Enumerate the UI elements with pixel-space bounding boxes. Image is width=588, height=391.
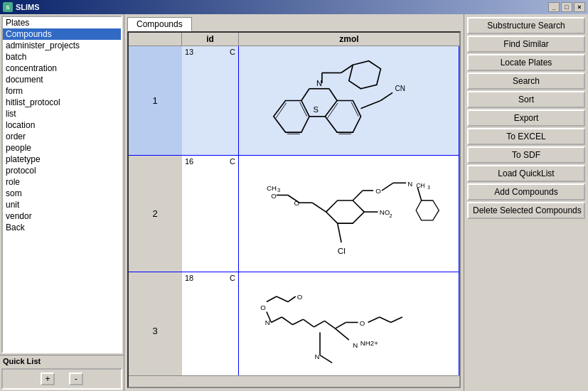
export-button[interactable]: Export	[467, 109, 585, 127]
svg-text:O: O	[297, 294, 303, 301]
sidebar-item-platetype[interactable]: platetype	[3, 154, 121, 165]
app-icon: S	[3, 2, 13, 12]
load-quicklist-button[interactable]: Load QuickList	[467, 165, 585, 182]
svg-line-51	[324, 321, 335, 329]
sidebar-item-order[interactable]: order	[3, 131, 121, 142]
svg-text:O: O	[375, 187, 381, 195]
compound-flag: C	[230, 157, 235, 166]
molecule-cell: S N	[239, 46, 459, 155]
svg-text:O: O	[260, 304, 266, 312]
add-compounds-button[interactable]: Add Compounds	[467, 183, 585, 200]
svg-line-48	[292, 320, 303, 326]
svg-text:3: 3	[427, 185, 430, 190]
sidebar-item-som[interactable]: som	[3, 188, 121, 199]
table-row[interactable]: 1 13 C	[129, 46, 459, 156]
search-button[interactable]: Search	[467, 73, 585, 90]
sidebar-item-plates[interactable]: Plates	[3, 17, 121, 28]
svg-line-52	[335, 323, 346, 329]
svg-marker-11	[348, 61, 380, 89]
svg-text:O: O	[360, 319, 365, 327]
svg-text:3: 3	[277, 187, 280, 193]
delete-selected-compounds-button[interactable]: Delete Selected Compounds	[467, 202, 585, 219]
svg-line-25	[312, 203, 326, 212]
right-sidebar: Substructure Search Find Similar Locate …	[464, 14, 588, 391]
svg-marker-0	[274, 100, 309, 132]
sidebar-item-document[interactable]: document	[3, 74, 121, 85]
compound-flag: C	[230, 48, 235, 56]
compounds-table: id zmol 1 13 C	[127, 31, 461, 388]
compound-id: 13	[185, 48, 193, 56]
svg-line-33	[353, 191, 363, 200]
horizontal-scrollbar[interactable]	[129, 375, 459, 387]
sidebar-item-batch[interactable]: batch	[3, 51, 121, 63]
svg-text:N: N	[314, 353, 319, 360]
sidebar-item-protocol[interactable]: protocol	[3, 165, 121, 176]
row-id-cell: 18 C	[182, 272, 239, 375]
svg-line-69	[320, 355, 332, 363]
to-excel-button[interactable]: To EXCEL	[467, 128, 585, 145]
svg-line-46	[271, 317, 282, 323]
svg-text:NO: NO	[379, 208, 390, 216]
sidebar-item-unit[interactable]: unit	[3, 199, 121, 210]
molecule-3-svg: N O	[245, 275, 454, 375]
row-number: 2	[129, 156, 182, 272]
svg-text:O: O	[271, 192, 277, 200]
app-title: SLIMS	[16, 3, 40, 11]
sidebar-item-role[interactable]: role	[3, 176, 121, 188]
svg-marker-42	[416, 200, 439, 220]
svg-text:N: N	[353, 341, 358, 349]
quick-list-add-button[interactable]: +	[41, 373, 55, 385]
title-bar: S SLIMS _ □ ×	[0, 0, 588, 14]
svg-line-12	[360, 100, 380, 108]
maximize-button[interactable]: □	[561, 2, 572, 12]
molecule-cell: NO 2 O O CH 3	[239, 156, 459, 272]
svg-line-47	[282, 317, 292, 325]
svg-text:CN: CN	[395, 85, 405, 92]
close-button[interactable]: ×	[574, 2, 585, 12]
quick-list-remove-button[interactable]: -	[69, 373, 83, 385]
svg-line-36	[382, 183, 393, 191]
molecule-cell: N O	[239, 272, 459, 375]
sidebar-item-list[interactable]: list	[3, 108, 121, 119]
table-row[interactable]: 2 16 C NO	[129, 156, 459, 273]
to-sdf-button[interactable]: To SDF	[467, 146, 585, 164]
molecule-1-svg: S N	[245, 49, 454, 152]
minimize-button[interactable]: _	[548, 2, 560, 12]
tab-compounds[interactable]: Compounds	[127, 17, 192, 31]
svg-text:2: 2	[389, 212, 392, 218]
table-body[interactable]: 1 13 C	[129, 46, 459, 375]
compound-id: 16	[185, 157, 193, 166]
sidebar-item-hitlist-protocol[interactable]: hitlist_protocol	[3, 97, 121, 108]
sidebar-item-back[interactable]: Back	[3, 222, 121, 233]
svg-text:N: N	[316, 79, 322, 87]
header-row-num	[129, 33, 182, 45]
locate-plates-button[interactable]: Locate Plates	[467, 54, 585, 71]
sort-button[interactable]: Sort	[467, 91, 585, 108]
quick-list-label: Quick List	[0, 355, 124, 367]
svg-line-62	[379, 317, 390, 323]
header-id: id	[182, 33, 239, 45]
svg-text:NH2+: NH2+	[360, 339, 378, 347]
svg-line-50	[314, 321, 324, 328]
sidebar-item-vendor[interactable]: vendor	[3, 210, 121, 222]
sidebar-item-concentration[interactable]: concentration	[3, 63, 121, 74]
compound-flag: C	[230, 274, 235, 282]
sidebar-item-administer-projects[interactable]: administer_projects	[3, 40, 121, 51]
content-area: Compounds id zmol 1 13 C	[124, 14, 464, 391]
find-similar-button[interactable]: Find Similar	[467, 36, 585, 53]
svg-line-44	[337, 223, 341, 242]
sidebar-item-people[interactable]: people	[3, 142, 121, 154]
svg-line-55	[267, 296, 277, 302]
row-id-cell: 16 C	[182, 156, 239, 272]
window-controls[interactable]: _ □ ×	[548, 2, 585, 12]
substructure-search-button[interactable]: Substructure Search	[467, 17, 585, 34]
svg-text:CH: CH	[267, 184, 277, 192]
svg-line-4	[301, 89, 309, 101]
left-sidebar: Plates Compounds administer_projects bat…	[0, 14, 124, 391]
svg-line-57	[288, 296, 296, 302]
table-row[interactable]: 3 18 C N	[129, 272, 459, 375]
sidebar-item-compounds[interactable]: Compounds	[3, 28, 121, 40]
header-zmol: zmol	[239, 33, 459, 45]
sidebar-item-form[interactable]: form	[3, 85, 121, 97]
sidebar-item-location[interactable]: location	[3, 119, 121, 131]
